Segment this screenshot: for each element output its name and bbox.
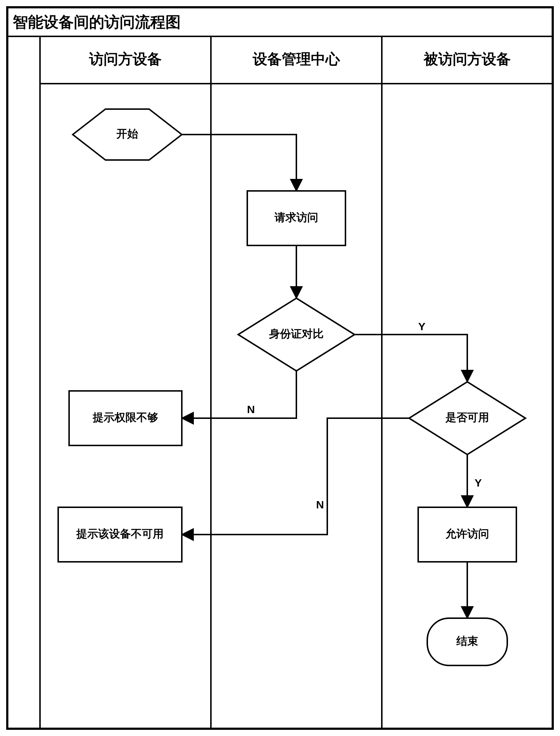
edge-start-request: [182, 135, 296, 191]
flowchart-diagram: 智能设备间的访问流程图 访问方设备 设备管理中心 被访问方设备 开始 请求访问 …: [0, 0, 560, 736]
edge-available-yes-label: Y: [475, 477, 482, 489]
edge-available-no: [182, 418, 409, 535]
node-identity-label: 身份证对比: [269, 328, 324, 340]
node-noauth-label: 提示权限不够: [92, 411, 158, 423]
node-allow-label: 允许访问: [445, 528, 489, 540]
edge-identity-yes-label: Y: [418, 320, 425, 332]
node-start-label: 开始: [116, 128, 138, 140]
node-end-label: 结束: [456, 635, 478, 647]
lane-header-visitor: 访问方设备: [89, 51, 162, 67]
edge-identity-no-label: N: [247, 403, 255, 415]
edge-available-no-label: N: [316, 499, 324, 511]
node-available-label: 是否可用: [445, 411, 489, 423]
node-request-label: 请求访问: [274, 211, 318, 223]
diagram-title: 智能设备间的访问流程图: [12, 13, 181, 31]
edge-identity-no: [182, 371, 296, 418]
edge-identity-yes: [355, 335, 467, 382]
node-notavail-label: 提示该设备不可用: [76, 528, 164, 540]
lane-header-target: 被访问方设备: [423, 51, 511, 67]
lane-header-center: 设备管理中心: [252, 51, 340, 67]
